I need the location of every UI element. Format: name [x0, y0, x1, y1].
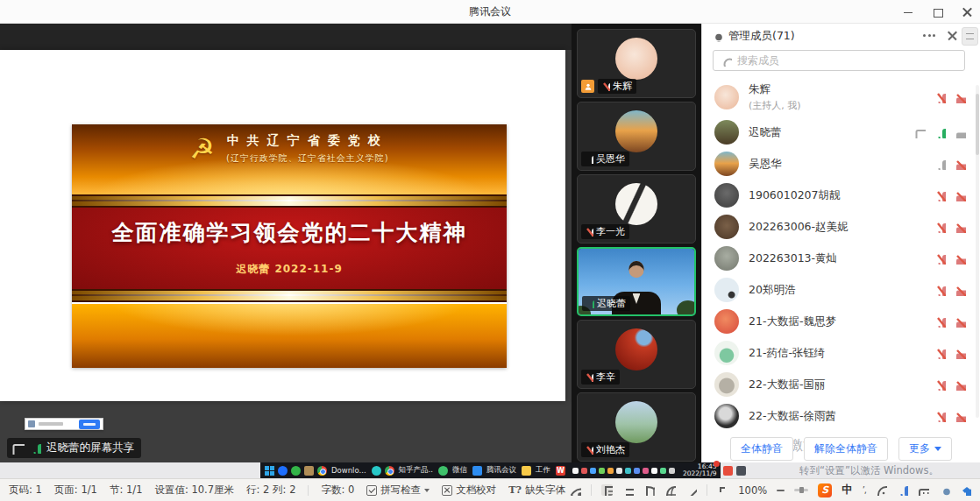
mic-active-icon[interactable]	[934, 127, 946, 138]
work-folder-icon[interactable]	[522, 466, 531, 476]
camera-off-icon[interactable]	[955, 348, 966, 359]
member-row[interactable]: 22-大数据-国丽	[702, 369, 980, 400]
soft-keyboard-icon[interactable]	[918, 484, 929, 496]
page-view-icon[interactable]	[601, 484, 613, 496]
taskbar-app-label[interactable]: 微信	[452, 465, 467, 476]
video-tile-active-speaker[interactable]: 迟晓蕾	[577, 247, 696, 316]
fit-page-icon[interactable]	[717, 484, 728, 496]
tray-icon[interactable]	[616, 468, 622, 474]
taskbar-app-label[interactable]: Downlo...	[331, 466, 366, 475]
ime-skin-icon[interactable]	[960, 484, 971, 496]
unmute-all-button[interactable]: 解除全体静音	[804, 437, 888, 461]
tray-app-icon[interactable]	[723, 466, 733, 476]
zoom-out-icon[interactable]	[777, 490, 785, 491]
tray-icon[interactable]	[607, 468, 614, 474]
mic-muted-icon[interactable]	[934, 411, 946, 422]
member-row[interactable]: 1906010207胡靓	[702, 180, 980, 211]
mic-muted-icon[interactable]	[934, 348, 946, 359]
member-row[interactable]: 202263013-黄灿	[702, 243, 980, 274]
mic-muted-icon[interactable]	[934, 379, 946, 391]
screen-sharing-icon[interactable]	[914, 127, 926, 138]
mic-on-icon[interactable]	[934, 159, 946, 170]
camera-off-icon[interactable]	[955, 411, 966, 422]
maximize-icon[interactable]	[933, 7, 943, 18]
member-row[interactable]: 迟晓蕾	[702, 116, 980, 148]
floating-toolbar-button[interactable]	[79, 420, 100, 429]
mic-muted-icon[interactable]	[934, 285, 946, 296]
video-tile[interactable]: 吴恩华	[577, 102, 696, 171]
member-search[interactable]	[713, 50, 965, 71]
mic-muted-icon[interactable]	[934, 190, 946, 201]
outline-view-icon[interactable]	[622, 484, 634, 496]
member-row[interactable]: 22-大数据-徐雨茜	[702, 400, 980, 432]
tencent-meeting-icon[interactable]	[472, 466, 482, 476]
tray-icon[interactable]	[634, 468, 640, 474]
tray-icon[interactable]	[669, 468, 675, 474]
ime-chinese-mode[interactable]: 中	[842, 483, 853, 497]
panel-scrollbar[interactable]	[976, 85, 979, 418]
panel-side-tab[interactable]	[962, 27, 978, 46]
chrome-icon[interactable]	[385, 466, 394, 476]
camera-icon[interactable]	[955, 127, 966, 138]
member-row[interactable]: 朱辉(主持人, 我)	[702, 78, 980, 116]
tray-icon[interactable]	[590, 468, 596, 474]
folder-app-icon[interactable]	[304, 466, 314, 476]
mic-muted-icon[interactable]	[934, 316, 946, 328]
taskbar-clock[interactable]: 16:45 2022/11/9	[683, 463, 716, 477]
mute-all-button[interactable]: 全体静音	[730, 437, 793, 461]
spell-check-toggle[interactable]: 拼写检查	[366, 483, 430, 497]
camera-off-icon[interactable]	[955, 159, 966, 170]
zoom-slider-handle[interactable]	[799, 487, 804, 493]
tray-icon[interactable]	[651, 468, 657, 474]
video-tile[interactable]: 朱辉	[577, 29, 696, 98]
media-app-icon[interactable]	[372, 466, 381, 476]
green-app-icon[interactable]	[291, 466, 301, 476]
video-tile[interactable]: 刘艳杰	[577, 392, 696, 462]
word-count[interactable]: 字数: 0	[321, 483, 354, 497]
chrome-icon[interactable]	[317, 466, 327, 476]
missing-font-indicator[interactable]: T?缺失字体	[508, 483, 565, 497]
member-row[interactable]: 吴恩华	[702, 148, 980, 180]
system-tray[interactable]	[572, 468, 675, 474]
ime-people-icon[interactable]	[939, 484, 950, 496]
mic-muted-icon[interactable]	[934, 92, 946, 103]
camera-off-icon[interactable]	[955, 379, 966, 391]
taskbar-app-label[interactable]: 腾讯会议	[486, 465, 516, 476]
zoom-slider[interactable]	[794, 489, 808, 491]
tray-icon[interactable]	[660, 468, 666, 474]
emoji-icon[interactable]	[876, 484, 887, 496]
mic-muted-icon[interactable]	[934, 253, 946, 265]
close-icon[interactable]	[962, 7, 973, 18]
wps-icon[interactable]: W	[556, 466, 565, 476]
more-button[interactable]: 更多	[898, 437, 952, 461]
search-input[interactable]	[737, 54, 957, 67]
camera-off-icon[interactable]	[955, 285, 966, 296]
mic-muted-icon[interactable]	[934, 222, 946, 233]
member-row[interactable]: 21-药信-张钰绮	[702, 337, 980, 369]
camera-off-icon[interactable]	[955, 222, 966, 233]
eye-icon[interactable]	[570, 484, 581, 496]
member-row[interactable]: 202263006-赵美妮	[702, 211, 980, 243]
tray-icon[interactable]	[581, 468, 587, 474]
tray-app-icon[interactable]	[736, 466, 746, 476]
voice-input-icon[interactable]	[897, 484, 908, 496]
camera-off-icon[interactable]	[955, 190, 966, 201]
camera-off-icon[interactable]	[955, 316, 966, 328]
minimize-icon[interactable]	[903, 7, 913, 18]
ime-punctuation-mode[interactable]: ’,	[863, 485, 866, 495]
qq-app-icon[interactable]	[278, 466, 288, 476]
member-row[interactable]: 20郑明浩	[702, 274, 980, 306]
taskbar-app-label[interactable]: 工作	[536, 465, 550, 476]
taskbar-app-label[interactable]: 知乎产品..	[399, 465, 433, 476]
tray-icon[interactable]	[599, 468, 605, 474]
tray-icon[interactable]	[643, 468, 649, 474]
tray-icon[interactable]	[625, 468, 631, 474]
zoom-level[interactable]: 100%	[738, 484, 767, 497]
panel-close-icon[interactable]	[948, 31, 957, 40]
document-proofing-toggle[interactable]: 文档校对	[442, 483, 496, 497]
start-button-icon[interactable]	[265, 466, 274, 476]
member-row[interactable]: 21-大数据-魏思梦	[702, 306, 980, 337]
edit-pen-icon[interactable]	[685, 484, 697, 496]
video-tile[interactable]: 李辛	[577, 320, 696, 389]
more-options-icon[interactable]	[923, 34, 935, 37]
